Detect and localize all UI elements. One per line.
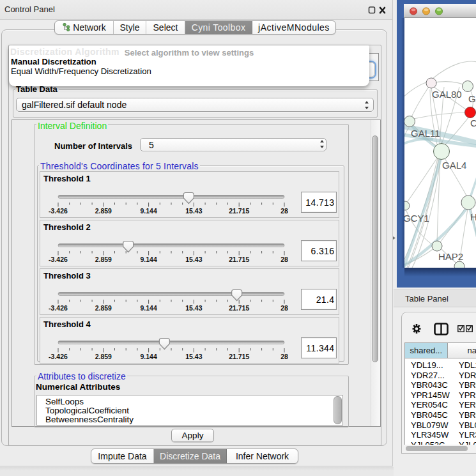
svg-text:21.715: 21.715 bbox=[229, 256, 249, 263]
svg-text:9.144: 9.144 bbox=[140, 256, 157, 263]
svg-text:2.859: 2.859 bbox=[95, 304, 112, 312]
svg-text:2.859: 2.859 bbox=[95, 256, 112, 263]
svg-text:9.144: 9.144 bbox=[140, 304, 157, 312]
svg-text:C: C bbox=[470, 118, 476, 128]
svg-text:28: 28 bbox=[280, 256, 288, 263]
svg-text:15.43: 15.43 bbox=[185, 353, 202, 360]
svg-text:15.43: 15.43 bbox=[185, 207, 202, 215]
svg-text:21.715: 21.715 bbox=[229, 304, 249, 312]
svg-text:H: H bbox=[470, 211, 476, 222]
svg-text:GA: GA bbox=[468, 93, 476, 104]
svg-text:GAL11: GAL11 bbox=[411, 128, 440, 139]
svg-text:28: 28 bbox=[280, 353, 288, 360]
svg-text:GAL80: GAL80 bbox=[432, 89, 462, 100]
svg-text:-3.426: -3.426 bbox=[49, 207, 68, 215]
svg-text:28: 28 bbox=[280, 304, 288, 312]
svg-text:-3.426: -3.426 bbox=[49, 353, 68, 360]
svg-text:21.715: 21.715 bbox=[229, 207, 249, 215]
svg-text:21.715: 21.715 bbox=[229, 353, 249, 360]
svg-text:2.859: 2.859 bbox=[95, 353, 112, 360]
svg-text:15.43: 15.43 bbox=[185, 256, 202, 263]
svg-text:-3.426: -3.426 bbox=[49, 256, 68, 263]
svg-text:15.43: 15.43 bbox=[185, 304, 202, 312]
svg-text:-3.426: -3.426 bbox=[49, 304, 68, 312]
svg-text:28: 28 bbox=[280, 207, 288, 215]
svg-text:HAP2: HAP2 bbox=[438, 251, 463, 262]
svg-text:9.144: 9.144 bbox=[140, 353, 157, 360]
svg-text:2.859: 2.859 bbox=[95, 207, 112, 215]
svg-text:GAL4: GAL4 bbox=[442, 160, 466, 171]
svg-text:GCY1: GCY1 bbox=[404, 213, 429, 224]
svg-text:9.144: 9.144 bbox=[140, 207, 157, 215]
